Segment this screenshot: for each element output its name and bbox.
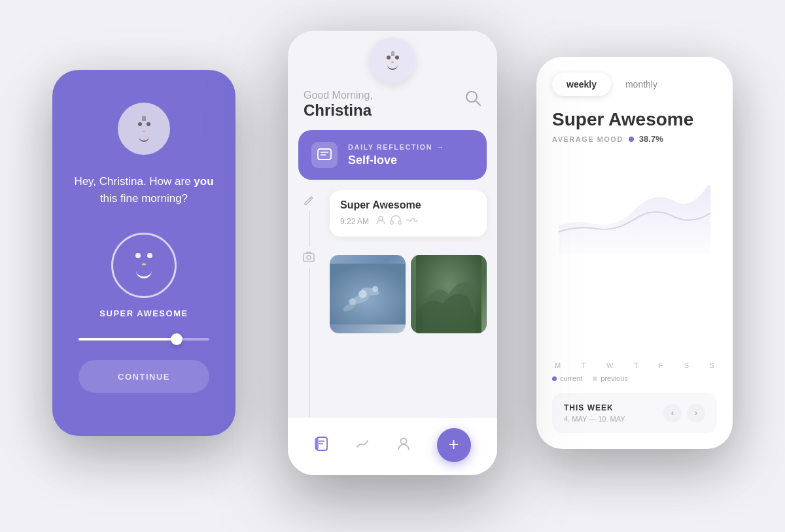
right-mood-title: Super Awesome [552,109,717,130]
mood-face-icon [135,253,152,278]
week-label: THIS WEEK [564,403,625,412]
svg-rect-2 [318,149,331,159]
phone-left: Hey, Christina. How are youthis fine mor… [52,70,236,436]
mood-entry-card: Super Awesome 9:22 AM [330,190,487,237]
daily-reflection-content: DAILY REFLECTION → Self-love [348,143,445,167]
svg-line-1 [476,101,480,105]
mood-entry-title: Super Awesome [340,199,476,211]
timeline-item-photo [298,247,487,333]
svg-rect-9 [304,254,314,261]
day-M: M [555,361,561,369]
avg-mood-label: AVERAGE MOOD [552,135,623,143]
day-S2: S [710,361,714,369]
slider-track[interactable] [78,338,209,341]
chart-legend: current previous [552,374,717,382]
headphone-icon [390,215,402,227]
svg-point-10 [307,256,311,259]
this-week-card: THIS WEEK 4. MAY — 10. MAY ‹ › [552,393,717,433]
photo-1 [330,255,406,333]
days-row: M T W T F S S [552,361,717,369]
add-button[interactable]: + [437,428,471,462]
reflection-topic: Self-love [348,154,445,167]
mood-chart [552,154,717,354]
search-icon[interactable] [464,90,481,109]
slider-thumb[interactable] [171,333,183,345]
left-avatar [118,103,170,155]
svg-point-17 [349,298,356,305]
person-icon [375,215,386,227]
face-icon [138,116,150,142]
legend-previous-label: previous [601,374,628,382]
legend-previous-dot [593,376,597,381]
daily-reflection-card[interactable]: DAILY REFLECTION → Self-love [298,130,487,180]
day-W: W [606,361,613,369]
photo-2 [411,255,487,333]
svg-rect-7 [391,221,393,224]
pencil-icon [298,190,319,211]
phone-right: weekly monthly Super Awesome AVERAGE MOO… [536,57,733,449]
legend-current-label: current [560,374,582,382]
mood-entry-icons [375,215,419,227]
weekly-toggle[interactable]: weekly [552,73,611,96]
svg-point-6 [379,216,383,220]
user-name: Christina [304,101,373,120]
timeline: Super Awesome 9:22 AM [288,190,497,417]
reflection-icon-box [311,142,338,168]
reflection-label: DAILY REFLECTION → [348,143,445,151]
legend-current-dot [552,376,557,381]
photo-row [330,255,487,333]
profile-nav-icon[interactable] [397,437,410,454]
svg-point-23 [400,438,406,444]
day-T1: T [582,361,586,369]
week-info: THIS WEEK 4. MAY — 10. MAY [564,403,625,423]
graph-nav-icon[interactable] [356,438,370,453]
activity-icon [406,215,419,227]
avg-mood-value: 38.7% [639,134,663,144]
journal-nav-icon[interactable] [315,436,329,455]
legend-current: current [552,374,582,382]
photo-icon [298,247,319,268]
legend-previous: previous [593,374,628,382]
timeline-item-pencil: Super Awesome 9:22 AM [298,190,487,237]
slider-fill [78,338,177,341]
mood-entry-time: 9:22 AM [340,217,369,226]
svg-point-15 [358,290,366,298]
bottom-nav: + [288,417,497,475]
phone-center: Good Morning, Christina DAILY [288,31,497,475]
day-S1: S [684,361,689,369]
svg-point-16 [372,286,378,292]
mood-entry-time-row: 9:22 AM [340,215,476,227]
mood-circle [111,233,177,298]
mood-label-text: SUPER AWESOME [99,308,188,318]
left-greeting: Hey, Christina. How are youthis fine mor… [74,173,213,207]
next-week-button[interactable]: › [687,404,705,422]
monthly-toggle[interactable]: monthly [611,73,672,96]
avg-mood-dot [629,137,634,142]
greeting-block: Good Morning, Christina [304,90,373,120]
svg-rect-8 [398,221,401,224]
svg-point-24 [706,177,714,185]
center-notch [288,31,497,83]
prev-week-button[interactable]: ‹ [663,404,682,422]
greeting-line1: Good Morning, [304,90,373,101]
continue-button[interactable]: CONTINUE [78,360,209,393]
date-range: 4. MAY — 10. MAY [564,415,625,423]
day-T2: T [634,361,638,369]
day-F: F [659,361,663,369]
period-toggle: weekly monthly [552,73,717,96]
week-navigation: ‹ › [663,404,705,422]
avg-mood-row: AVERAGE MOOD 38.7% [552,134,717,144]
phones-container: Hey, Christina. How are youthis fine mor… [33,18,752,514]
center-avatar [370,37,415,83]
svg-line-5 [310,198,311,199]
